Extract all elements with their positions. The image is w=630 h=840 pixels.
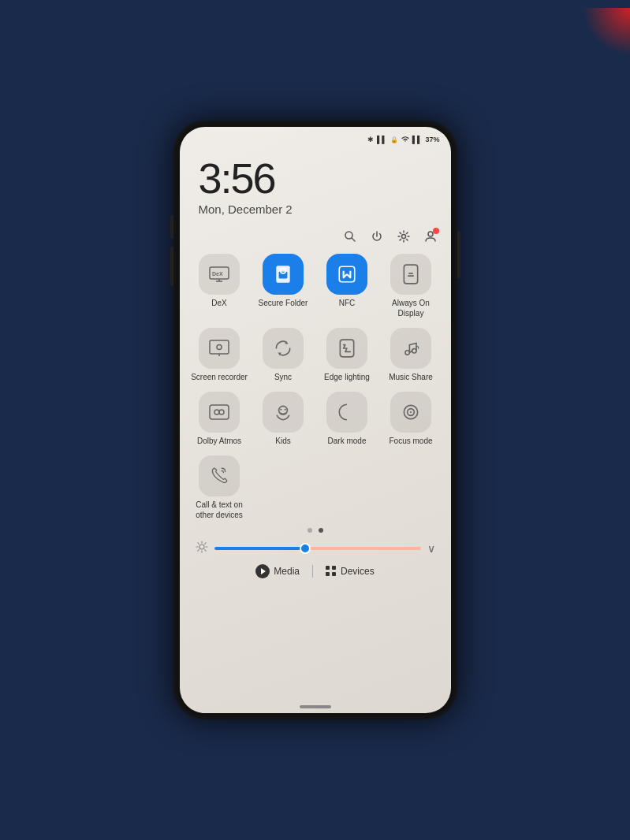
- kids-icon: [263, 392, 304, 433]
- music-share-label: Music Share: [389, 372, 433, 382]
- media-button[interactable]: Media: [255, 564, 300, 578]
- nfc-label: NFC: [339, 298, 356, 308]
- settings-icon[interactable]: [397, 230, 410, 246]
- dark-mode-label: Dark mode: [328, 436, 367, 446]
- svg-line-36: [197, 543, 198, 544]
- svg-line-1: [352, 238, 355, 241]
- dolby-atmos-tile[interactable]: Dolby Atmos: [191, 392, 248, 446]
- nav-bar: [180, 702, 451, 713]
- svg-line-39: [197, 550, 198, 551]
- brightness-thumb[interactable]: [300, 543, 311, 554]
- devices-button[interactable]: Devices: [326, 566, 375, 577]
- always-on-display-icon: [390, 254, 431, 295]
- edge-lighting-tile[interactable]: Edge lighting: [319, 328, 376, 382]
- volume-down-button[interactable]: [170, 247, 173, 286]
- dolby-atmos-label: Dolby Atmos: [197, 436, 241, 446]
- music-share-tile[interactable]: Music Share: [382, 328, 440, 382]
- svg-point-24: [219, 410, 224, 414]
- call-text-icon: [199, 455, 240, 496]
- secure-folder-icon: [263, 254, 304, 295]
- user-notification-icon[interactable]: [424, 230, 437, 246]
- svg-line-38: [204, 543, 205, 544]
- svg-point-31: [199, 545, 204, 549]
- quick-panel: DeX DeX Secure Folder: [180, 222, 451, 702]
- brightness-slider[interactable]: [214, 547, 421, 550]
- tiles-grid-row3: Dolby Atmos Kids Dark mode: [188, 392, 443, 446]
- tiles-grid-row4: Call & text on other devices: [188, 455, 443, 520]
- sync-label: Sync: [274, 372, 292, 382]
- always-on-display-tile[interactable]: Always On Display: [382, 254, 440, 318]
- tiles-grid-row2: Screen recorder Sync Edge: [188, 328, 443, 382]
- devices-icon: [326, 566, 337, 577]
- secure-folder-label: Secure Folder: [259, 298, 308, 308]
- edge-lighting-icon: [326, 328, 367, 369]
- svg-line-37: [204, 550, 205, 551]
- page-dot-1[interactable]: [308, 528, 312, 533]
- svg-point-30: [410, 411, 412, 413]
- svg-point-23: [214, 410, 219, 414]
- wifi-icon: [401, 136, 409, 143]
- status-bar: ✱ ▌▌ 🔒 ▌▌ 37%: [180, 127, 451, 149]
- status-icons: ✱ ▌▌ 🔒 ▌▌ 37%: [367, 136, 440, 143]
- svg-point-26: [280, 409, 281, 411]
- media-label: Media: [274, 566, 300, 577]
- brightness-row[interactable]: ∨: [188, 537, 443, 559]
- edge-lighting-label: Edge lighting: [324, 372, 370, 382]
- battery-indicator: 37%: [425, 136, 439, 143]
- focus-mode-label: Focus mode: [389, 436, 432, 446]
- network-icon: ▌▌: [412, 136, 423, 143]
- tiles-section: DeX DeX Secure Folder: [188, 254, 443, 520]
- brightness-icon: [196, 541, 208, 556]
- clock-display: 3:56: [199, 157, 432, 199]
- page-dot-2[interactable]: [319, 528, 323, 533]
- dark-mode-icon: [326, 392, 367, 433]
- devices-label: Devices: [341, 566, 375, 577]
- bottom-action-row: Media Devices: [188, 559, 443, 582]
- call-text-tile[interactable]: Call & text on other devices: [191, 455, 248, 520]
- brightness-expand-icon[interactable]: ∨: [427, 542, 435, 555]
- sync-icon: [263, 328, 304, 369]
- phone-frame: ✱ ▌▌ 🔒 ▌▌ 37% 3:56 Mon, December 2: [173, 121, 457, 719]
- music-share-icon: [390, 328, 431, 369]
- power-button[interactable]: [457, 231, 460, 278]
- svg-point-2: [401, 235, 405, 239]
- focus-mode-icon: [390, 392, 431, 433]
- screen-recorder-icon: [199, 328, 240, 369]
- phone-screen: ✱ ▌▌ 🔒 ▌▌ 37% 3:56 Mon, December 2: [180, 127, 451, 713]
- lock-icon: 🔒: [390, 136, 398, 143]
- signal-icon: ▌▌: [377, 136, 387, 143]
- nfc-icon: [326, 254, 367, 295]
- kids-tile[interactable]: Kids: [255, 392, 312, 446]
- dolby-atmos-icon: [199, 392, 240, 433]
- call-text-label: Call & text on other devices: [191, 500, 248, 520]
- page-dots: [188, 520, 443, 537]
- screen-recorder-label: Screen recorder: [191, 372, 248, 382]
- dark-mode-tile[interactable]: Dark mode: [319, 392, 376, 446]
- sync-tile[interactable]: Sync: [255, 328, 312, 382]
- svg-point-27: [285, 409, 286, 411]
- nfc-tile[interactable]: NFC: [319, 254, 376, 318]
- svg-text:DeX: DeX: [212, 271, 223, 277]
- notification-badge: [433, 228, 439, 234]
- media-play-icon: [255, 564, 270, 578]
- time-area: 3:56 Mon, December 2: [180, 149, 451, 222]
- power-icon[interactable]: [371, 230, 383, 246]
- dex-tile[interactable]: DeX DeX: [191, 254, 248, 318]
- secure-folder-tile[interactable]: Secure Folder: [255, 254, 312, 318]
- dex-icon: DeX: [199, 254, 240, 295]
- date-display: Mon, December 2: [199, 203, 432, 216]
- svg-rect-12: [404, 265, 417, 284]
- volume-up-button[interactable]: [170, 215, 173, 239]
- top-action-icons: [188, 227, 443, 254]
- screen-recorder-tile[interactable]: Screen recorder: [191, 328, 248, 382]
- svg-point-3: [428, 232, 433, 236]
- svg-point-16: [217, 345, 222, 350]
- bluetooth-icon: ✱: [367, 136, 374, 143]
- red-corner-decoration: [583, 8, 630, 55]
- always-on-display-label: Always On Display: [382, 298, 440, 318]
- focus-mode-tile[interactable]: Focus mode: [382, 392, 440, 446]
- nav-pill[interactable]: [300, 705, 331, 708]
- search-icon[interactable]: [344, 230, 356, 246]
- dex-label: DeX: [211, 298, 226, 308]
- svg-rect-15: [210, 340, 229, 354]
